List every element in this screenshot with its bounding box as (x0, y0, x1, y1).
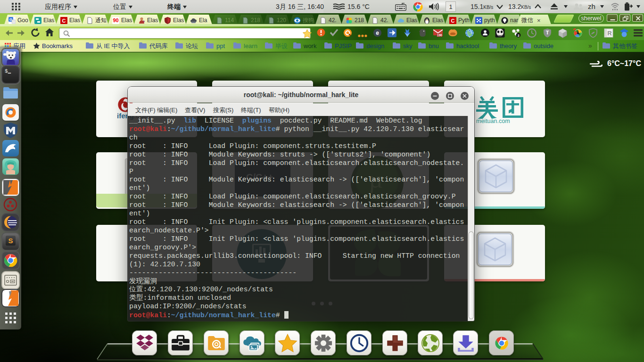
svg-text:C: C (62, 17, 66, 23)
svg-text:T: T (546, 30, 549, 35)
svg-text:C: C (451, 17, 455, 23)
svg-text:R: R (607, 30, 612, 37)
svg-text:190: 190 (437, 33, 442, 37)
svg-text:3: 3 (517, 33, 519, 38)
svg-text:e: e (376, 30, 379, 36)
